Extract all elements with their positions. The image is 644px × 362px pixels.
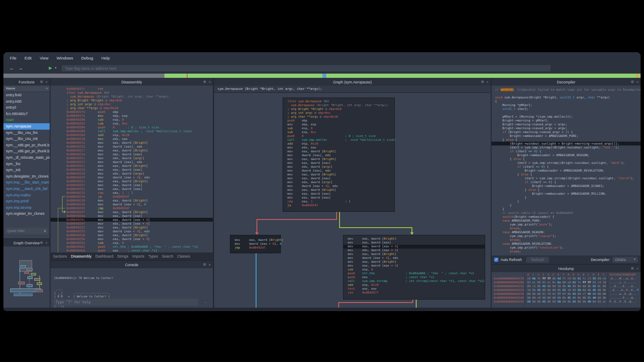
asm-line[interactable]: push 8 ; 8 ; size_t size [283, 134, 394, 138]
code-line[interactable]: } [492, 196, 641, 199]
hex-row[interactable]: 0x00000000080491f0 e8 6b fe ff ff 8b 4d … [492, 277, 641, 281]
menu-item-help[interactable]: Help [101, 56, 110, 60]
asm-line[interactable]: sub esp, 0xc [283, 131, 394, 134]
graph-block-true[interactable]: mov eax, dword [Bright]mov eax, dword [e… [343, 235, 485, 300]
asm-line[interactable]: 0x0804920d add esp, 0x10 [51, 133, 213, 137]
asm-line[interactable]: mov dword [eax + 4], edx [343, 256, 485, 260]
asm-line[interactable]: 0x08049261 push str.the ; 0x804a008 ; "t… [51, 245, 213, 249]
menu-item-windows[interactable]: Windows [57, 56, 73, 60]
panel-close-icon[interactable]: × [486, 80, 489, 84]
graph-overview-canvas[interactable] [3, 246, 50, 308]
function-list-item[interactable]: entry.init0 [3, 98, 50, 105]
hex-row[interactable]: 0x0000000008049210 89 c2 8b 45 08 89 10 … [492, 285, 641, 288]
asm-line[interactable]: 0x0804923b mov dword [eax + 8], 0 [51, 202, 213, 206]
asm-line[interactable]: 0x08049236 ja 0x8049247 [51, 195, 213, 199]
asm-line[interactable]: ; arg int argc @ ebp+0xc [51, 102, 213, 106]
code-line[interactable]: } [492, 207, 641, 211]
code-line[interactable]: switch(Bright->ambassador) { [492, 215, 641, 219]
menu-item-file[interactable]: File [10, 56, 16, 60]
asm-line[interactable]: (fcn) sym.Aeropause 364 [283, 100, 394, 104]
function-list-item[interactable]: sym.imp.__stack_chk_fail [3, 186, 50, 192]
hex-row[interactable]: 0 1 2 3 4 5 6 7 8 9 A B C D E F 01234567… [492, 273, 641, 277]
asm-line[interactable]: 0x08049221 mov eax, dword [Bright] [51, 164, 213, 168]
console-send-button[interactable]: → [200, 299, 210, 306]
code-line[interactable]: iVar2 = sym.imp.strcmp((Bright->window).… [492, 176, 641, 180]
asm-line[interactable]: 0x08049208 call sym.imp.malloc ; void *m… [51, 129, 213, 133]
function-list-item[interactable]: fcn.080490c7 [3, 111, 50, 117]
function-list-item[interactable]: sym.imp.malloc [3, 192, 50, 199]
panel-settings-icon[interactable]: ⚙ [40, 241, 43, 245]
code-line[interactable]: break; [492, 249, 641, 253]
panel-settings-icon[interactable]: ⚙ [631, 267, 634, 270]
asm-line[interactable]: jne 0x804927f [343, 291, 485, 295]
code-line[interactable]: (Bright->window).sunlight = Bright->morn… [492, 142, 641, 145]
hex-row[interactable]: 0x0000000008049250 50 04 8b 45 08 89 50 … [492, 300, 641, 304]
asm-line[interactable]: 0x080491fd push ebp [51, 110, 213, 114]
tab-dashboard[interactable]: Dashboard [95, 254, 113, 258]
asm-line[interactable]: mov eax, dword [Bright] [283, 173, 394, 177]
asm-line[interactable]: 0x08049226 mov edx, dword [argv] [51, 172, 213, 175]
asm-line[interactable]: mov dword [eax + 4], edx [283, 184, 394, 188]
asm-line[interactable]: mov edx, dword [argc] [283, 165, 394, 169]
asm-line[interactable]: jmp 0x80492d7 [230, 246, 280, 250]
code-line[interactable]: Bright->morning->saved_argc = argc; [492, 122, 641, 126]
menu-item-view[interactable]: View [40, 56, 48, 60]
asm-line[interactable]: sub esp, 8 [343, 268, 485, 272]
code-line[interactable]: sym.imp.printf("pure"); [492, 223, 641, 226]
asm-line[interactable]: mov dword [eax], edx [283, 169, 394, 173]
code-line[interactable]: Bright->ambassador = AMBASSADOR_REVOLUTI… [492, 169, 641, 172]
asm-line[interactable]: 0x08049215 mov dword [eax], edx [51, 145, 213, 148]
function-list-item[interactable]: sym.__libc_csu_fini [3, 130, 50, 136]
panel-close-icon[interactable]: × [45, 241, 48, 245]
asm-line[interactable]: cmp eax, 1 ; 1 [283, 200, 394, 204]
panel-settings-icon[interactable]: ⚙ [481, 80, 484, 84]
code-line[interactable]: break; [492, 238, 641, 242]
function-list-item[interactable]: entry0 [3, 104, 50, 111]
asm-line[interactable]: mov eax, dword [eax + 4] [343, 245, 485, 249]
panel-close-icon[interactable]: × [45, 80, 48, 84]
asm-line[interactable]: 0x08049200 sub esp, 8 [51, 118, 213, 122]
asm-line[interactable]: 0x0804921f mov dword [eax], edx [51, 160, 213, 164]
code-line[interactable]: Morning *pMVar1; [492, 103, 641, 107]
tab-classes[interactable]: Classes [177, 254, 190, 258]
asm-line[interactable]: 0x0804924f mov edx, dword [eax + 4] [51, 222, 213, 226]
asm-line[interactable]: mov eax, dword [Bright] [283, 188, 394, 192]
code-line[interactable]: void sym.Aeropause(Bright *Bright, uint3… [492, 95, 641, 99]
graph-block-false[interactable]: mov eax, dword [Bright]mov dword [eax + … [230, 235, 281, 253]
address-search-input[interactable] [62, 65, 551, 71]
asm-line[interactable]: push ebp [283, 119, 394, 123]
hex-row[interactable]: 0x0000000008049240 00 00 e9 90 00 00 00 … [492, 296, 641, 300]
code-line[interactable]: if (iVar2 == 0) { [492, 165, 641, 169]
code-line[interactable]: iVar2 = sym.imp.strcmp((Bright->window).… [492, 145, 641, 149]
function-list-item[interactable]: sym.imp.strcmp [3, 205, 50, 211]
asm-line[interactable]: mov dword [eax + 8], 0 [230, 242, 280, 246]
asm-line[interactable]: ; arg int argc @ ebp+0xc [283, 111, 394, 115]
asm-line[interactable]: ; arg Bright *Bright @ ebp+0x8 [283, 107, 394, 111]
asm-line[interactable]: mov eax, dword [eax] [343, 241, 485, 245]
play-dropdown-icon[interactable]: ▾ [55, 66, 57, 70]
asm-line[interactable]: (fcn) sym.Aeropause 364 [51, 91, 213, 95]
asm-line[interactable]: 0x0804924a mov eax, dword [eax] [51, 214, 213, 218]
tab-search[interactable]: Search [162, 254, 173, 258]
asm-line[interactable]: mov eax, dword [Bright] [343, 260, 485, 264]
asm-line[interactable]: mov ebp, esp [283, 123, 394, 127]
panel-settings-icon[interactable]: ⚙ [203, 263, 206, 267]
tab-strings[interactable]: Strings [117, 254, 128, 258]
asm-line[interactable]: sym.Aeropause (Bright *Bright, int argc,… [51, 95, 213, 98]
code-line[interactable]: sym.imp.printf("revolution"); [492, 246, 641, 249]
code-line[interactable]: } else { [492, 157, 641, 161]
code-line[interactable]: case AMBASSADOR_REVOLUTION: [492, 242, 641, 246]
asm-line[interactable]: mov eax, dword [eax] [283, 177, 394, 181]
function-list-item[interactable]: sym.__libc_csu_init [3, 136, 50, 142]
asm-line[interactable]: mov eax, dword [Bright] [230, 238, 280, 242]
function-list-item[interactable]: sym.deregister_tm_clones [3, 173, 50, 180]
asm-line[interactable]: 0x08049203 sub esp, 0xc [51, 122, 213, 125]
tab-disassembly[interactable]: Disassembly [71, 254, 92, 258]
asm-line[interactable]: 0x0804925e sub esp, 8 [51, 241, 213, 245]
quick-filter-input[interactable] [5, 228, 43, 234]
code-line[interactable]: Bright->morning = pMVar1; [492, 119, 641, 122]
function-list-item[interactable]: main [3, 117, 50, 123]
asm-line[interactable]: test eax, eax [343, 287, 485, 291]
forward-icon[interactable]: → [18, 65, 23, 71]
asm-line[interactable]: 0x08049206 push 8 ; 8 ; size_t size [51, 125, 213, 129]
